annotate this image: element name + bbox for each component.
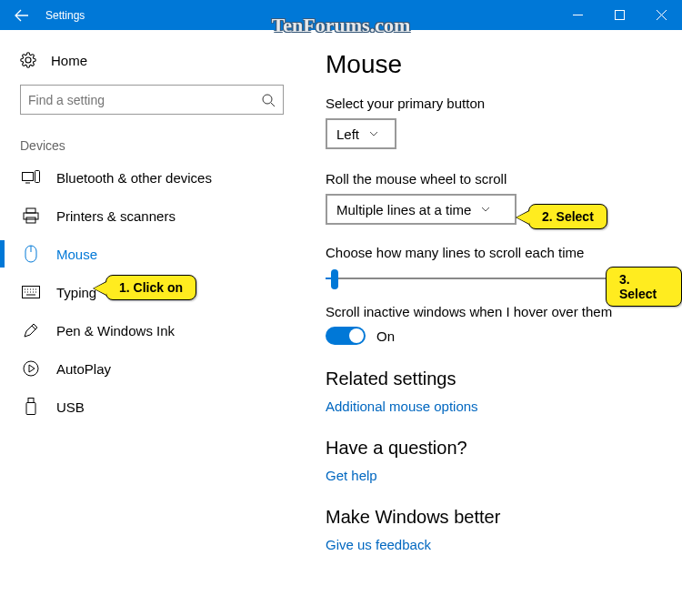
scroll-mode-label: Roll the mouse wheel to scroll bbox=[326, 171, 682, 187]
scroll-mode-dropdown[interactable]: Multiple lines at a time bbox=[326, 194, 517, 225]
callout-3: 3. Select bbox=[606, 267, 682, 307]
sidebar-item-label: USB bbox=[56, 399, 85, 415]
sidebar-item-label: Bluetooth & other devices bbox=[56, 170, 212, 186]
lines-label: Choose how many lines to scroll each tim… bbox=[326, 245, 682, 260]
sidebar-item-autoplay[interactable]: AutoPlay bbox=[20, 349, 300, 388]
sidebar-item-label: Mouse bbox=[56, 247, 97, 262]
usb-icon bbox=[22, 398, 40, 416]
back-arrow-icon bbox=[15, 8, 29, 23]
page-title: Mouse bbox=[326, 50, 682, 79]
search-box[interactable] bbox=[20, 85, 284, 115]
sidebar-item-pen[interactable]: Pen & Windows Ink bbox=[20, 311, 300, 349]
minimize-icon bbox=[573, 10, 583, 20]
back-button[interactable] bbox=[0, 0, 44, 30]
toggle-state: On bbox=[376, 328, 395, 344]
autoplay-icon bbox=[22, 359, 40, 378]
inactive-toggle[interactable] bbox=[326, 327, 366, 345]
svg-rect-2 bbox=[23, 173, 34, 181]
svg-rect-5 bbox=[24, 213, 38, 219]
search-icon bbox=[261, 93, 276, 107]
printer-icon bbox=[22, 207, 40, 225]
keyboard-icon bbox=[22, 283, 40, 301]
gear-icon bbox=[20, 52, 36, 68]
window-title: Settings bbox=[44, 9, 85, 22]
svg-rect-0 bbox=[615, 11, 624, 20]
sidebar-item-usb[interactable]: USB bbox=[20, 388, 300, 426]
primary-button-dropdown[interactable]: Left bbox=[326, 118, 396, 149]
callout-2: 2. Select bbox=[528, 204, 607, 229]
maximize-button[interactable] bbox=[598, 0, 640, 30]
svg-rect-11 bbox=[26, 403, 35, 415]
mouse-icon bbox=[22, 245, 40, 263]
maximize-icon bbox=[615, 10, 625, 20]
additional-mouse-options-link[interactable]: Additional mouse options bbox=[326, 399, 682, 414]
sidebar-item-printers[interactable]: Printers & scanners bbox=[20, 197, 300, 235]
home-nav[interactable]: Home bbox=[20, 46, 300, 74]
feedback-heading: Make Windows better bbox=[326, 507, 682, 528]
slider-thumb[interactable] bbox=[331, 269, 338, 289]
dropdown-value: Multiple lines at a time bbox=[336, 202, 471, 217]
svg-rect-10 bbox=[28, 399, 34, 403]
sidebar-category: Devices bbox=[20, 138, 300, 153]
slider-track bbox=[326, 278, 607, 279]
chevron-down-icon bbox=[480, 204, 491, 215]
search-input[interactable] bbox=[28, 93, 261, 107]
svg-point-9 bbox=[24, 361, 38, 376]
primary-button-label: Select your primary button bbox=[326, 96, 682, 111]
sidebar-item-label: Typing bbox=[56, 285, 96, 300]
svg-rect-4 bbox=[26, 208, 35, 213]
sidebar-item-label: Pen & Windows Ink bbox=[56, 323, 175, 338]
sidebar-item-label: Printers & scanners bbox=[56, 208, 176, 224]
home-label: Home bbox=[51, 53, 87, 68]
sidebar-item-label: AutoPlay bbox=[56, 361, 111, 377]
sidebar: Home Devices Bluetooth & other devices P… bbox=[0, 30, 300, 616]
title-bar: Settings bbox=[0, 0, 682, 30]
close-button[interactable] bbox=[640, 0, 682, 30]
svg-rect-3 bbox=[35, 171, 40, 183]
main-panel: Mouse Select your primary button Left Ro… bbox=[300, 30, 682, 616]
get-help-link[interactable]: Get help bbox=[326, 468, 682, 483]
question-heading: Have a question? bbox=[326, 438, 682, 459]
svg-rect-6 bbox=[26, 217, 35, 223]
related-heading: Related settings bbox=[326, 369, 682, 389]
chevron-down-icon bbox=[368, 128, 379, 139]
lines-slider[interactable] bbox=[326, 268, 607, 289]
devices-icon bbox=[22, 168, 40, 187]
minimize-button[interactable] bbox=[557, 0, 598, 30]
sidebar-item-bluetooth[interactable]: Bluetooth & other devices bbox=[20, 158, 300, 197]
callout-1: 1. Click on bbox=[105, 275, 196, 300]
sidebar-item-mouse[interactable]: Mouse bbox=[20, 235, 300, 273]
feedback-link[interactable]: Give us feedback bbox=[326, 537, 682, 552]
dropdown-value: Left bbox=[336, 126, 359, 142]
svg-point-1 bbox=[263, 95, 272, 104]
close-icon bbox=[657, 10, 667, 20]
pen-icon bbox=[22, 321, 40, 339]
